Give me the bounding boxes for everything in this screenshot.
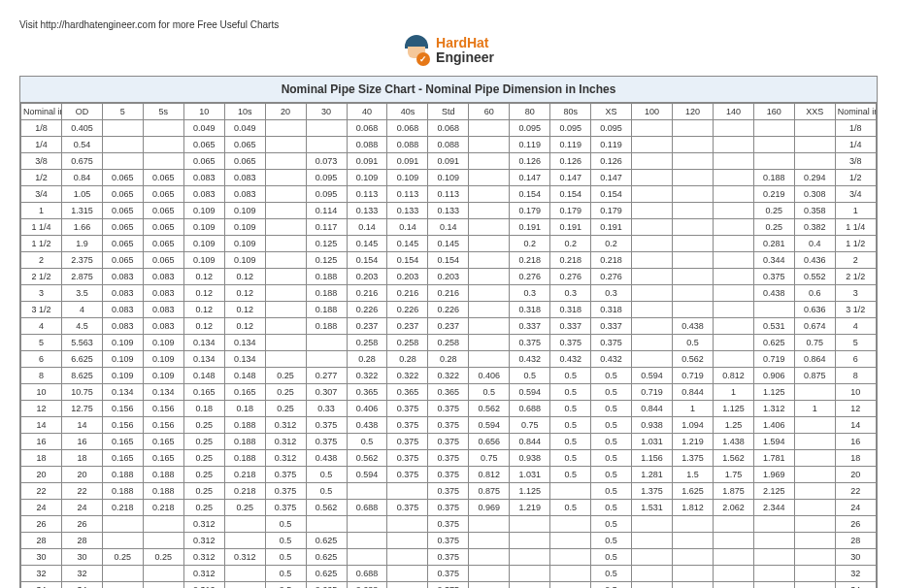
cell	[713, 236, 753, 252]
cell: 0.156	[143, 401, 183, 417]
cell: 0.133	[428, 203, 469, 219]
cell: 0.133	[387, 203, 428, 219]
cell: 0.312	[183, 566, 224, 582]
cell	[632, 533, 673, 549]
cell: 3.5	[61, 285, 102, 302]
cell: 22	[61, 483, 102, 500]
cell: 0.156	[143, 417, 183, 434]
cell: 12	[835, 401, 876, 417]
cell: 0.134	[143, 384, 183, 401]
cell	[306, 351, 347, 368]
cell	[632, 236, 673, 252]
cell: 0.109	[143, 351, 183, 368]
cell: 28	[835, 533, 876, 549]
cell: 0.5	[591, 483, 632, 500]
cell: 28	[21, 533, 62, 549]
cell	[265, 137, 306, 153]
cell: 10.75	[61, 384, 102, 401]
cell: 0.095	[306, 186, 347, 203]
table-row: 44.50.0830.0830.120.120.1880.2370.2370.2…	[21, 318, 877, 335]
cell: 0.065	[143, 219, 183, 236]
cell	[469, 120, 510, 137]
cell: 20	[835, 467, 876, 483]
cell: 1	[794, 401, 835, 417]
cell	[265, 285, 306, 302]
cell: 1.156	[632, 450, 673, 467]
cell	[143, 137, 183, 153]
cell: 0.113	[428, 186, 469, 203]
cell: 0.134	[224, 351, 265, 368]
cell	[224, 516, 265, 533]
cell: 0.5	[591, 566, 632, 582]
table-row: 22220.1880.1880.250.2180.3750.50.3750.87…	[21, 483, 877, 500]
cell: 0.375	[428, 549, 469, 566]
cell: 0.088	[428, 137, 469, 153]
col-header: 30	[306, 104, 347, 120]
cell: 0.625	[306, 533, 347, 549]
cell: 0.065	[102, 203, 143, 219]
cell: 0.12	[183, 269, 224, 285]
cell: 0.594	[632, 368, 673, 384]
cell: 0.5	[591, 500, 632, 516]
cell: 0.432	[510, 351, 550, 368]
cell: 0.154	[347, 252, 387, 269]
table-row: 1010.750.1340.1340.1650.1650.250.3070.36…	[21, 384, 877, 401]
cell: 24	[835, 500, 876, 516]
cell: 1.25	[713, 417, 753, 434]
cell: 14	[21, 417, 62, 434]
cell: 0.5	[550, 401, 591, 417]
cell	[469, 186, 510, 203]
cell: 3/4	[835, 186, 876, 203]
cell: 16	[835, 434, 876, 450]
cell	[347, 483, 387, 500]
cell: 0.75	[510, 417, 550, 434]
cell: 0.5	[265, 566, 306, 582]
cell: 0.088	[347, 137, 387, 153]
cell	[387, 582, 428, 589]
cell: 0.308	[794, 186, 835, 203]
cell: 0.531	[753, 318, 794, 335]
cell: 0.165	[143, 434, 183, 450]
cell: 3	[21, 285, 62, 302]
cell: 0.216	[347, 285, 387, 302]
cell: 0.337	[550, 318, 591, 335]
cell: 0.165	[183, 384, 224, 401]
col-header: 100	[632, 104, 673, 120]
cell: 0.237	[428, 318, 469, 335]
cell: 0.154	[550, 186, 591, 203]
cell: 0.277	[306, 368, 347, 384]
cell: 0.109	[183, 219, 224, 236]
cell: 0.18	[224, 401, 265, 417]
cell: 0.375	[753, 269, 794, 285]
cell	[510, 516, 550, 533]
cell	[673, 516, 714, 533]
cell	[550, 582, 591, 589]
table-row: 1 1/41.660.0650.0650.1090.1090.1170.140.…	[21, 219, 877, 236]
cell: 3/8	[835, 153, 876, 170]
cell: 0.375	[428, 566, 469, 582]
cell	[673, 153, 714, 170]
cell: 0.165	[102, 434, 143, 450]
cell: 2.375	[61, 252, 102, 269]
cell: 0.375	[428, 450, 469, 467]
cell: 0.117	[306, 219, 347, 236]
cell: 0.119	[510, 137, 550, 153]
cell	[713, 269, 753, 285]
cell	[143, 566, 183, 582]
cell: 0.375	[428, 483, 469, 500]
cell: 0.165	[224, 384, 265, 401]
cell	[673, 120, 714, 137]
cell	[265, 236, 306, 252]
table-row: 14140.1560.1560.250.1880.3120.3750.4380.…	[21, 417, 877, 434]
cell	[632, 170, 673, 186]
cell: 0.875	[469, 483, 510, 500]
cell: 0.218	[143, 500, 183, 516]
cell: 0.552	[794, 269, 835, 285]
cell: 0.14	[387, 219, 428, 236]
cell	[469, 549, 510, 566]
cell: 0.5	[591, 450, 632, 467]
cell: 1	[673, 401, 714, 417]
cell	[387, 533, 428, 549]
cell: 0.065	[102, 236, 143, 252]
cell: 1.375	[673, 450, 714, 467]
